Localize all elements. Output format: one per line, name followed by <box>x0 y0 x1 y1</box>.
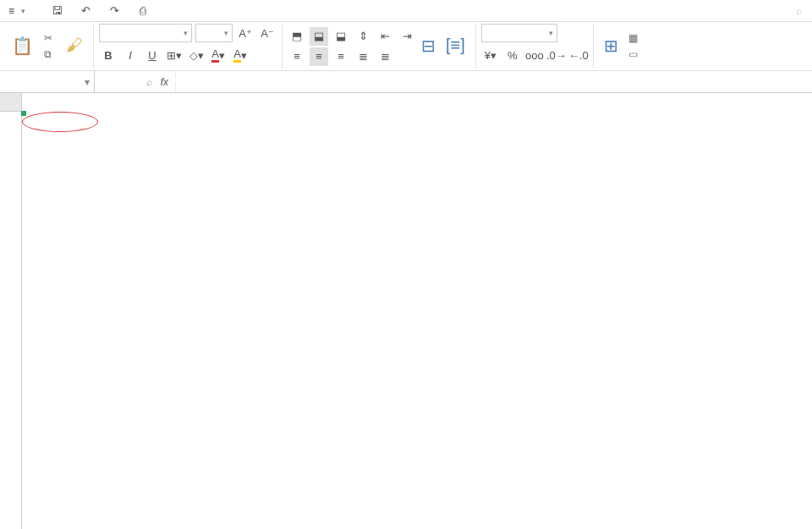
cell-icon: ▭ <box>627 48 639 60</box>
merge-center-button[interactable]: ⊟ <box>416 34 441 59</box>
chevron-down-icon: ▾ <box>224 29 228 37</box>
fx-icon[interactable]: fx <box>161 76 168 88</box>
annotation-ellipse <box>22 112 98 132</box>
formula-bar-row: ▾ ⌕ fx <box>0 71 812 93</box>
wrap-text-button[interactable]: [≡] <box>441 34 470 58</box>
conditional-format-button[interactable]: ⊞ <box>599 34 623 59</box>
active-cell-indicator <box>22 112 25 115</box>
format-painter-button[interactable]: 🖌 <box>61 34 88 58</box>
decrease-indent-icon[interactable]: ⇤ <box>376 27 394 46</box>
distribute-icon[interactable]: ≣ <box>376 47 394 66</box>
align-bottom-icon[interactable]: ⬓ <box>332 27 350 46</box>
paste-button[interactable]: 📋 <box>7 34 38 59</box>
cut-button[interactable]: ✂ <box>38 31 61 45</box>
currency-icon[interactable]: ¥▾ <box>481 46 500 64</box>
hamburger-icon: ≡ <box>8 5 14 17</box>
increase-font-icon[interactable]: A⁺ <box>236 24 255 42</box>
search-icon: ⌕ <box>796 5 802 17</box>
merge-icon: ⊟ <box>421 36 436 56</box>
wrap-icon: [≡] <box>446 36 465 55</box>
highlight-button[interactable]: A▾ <box>231 46 250 64</box>
align-middle-icon[interactable]: ⬓ <box>310 27 328 46</box>
table-icon: ▦ <box>627 32 639 44</box>
file-menu[interactable]: ≡ ▾ <box>3 5 30 17</box>
decrease-decimal-icon[interactable]: ←.0 <box>569 46 588 64</box>
increase-decimal-icon[interactable]: .0→ <box>547 46 566 64</box>
ribbon: 📋 ✂ ⧉ 🖌 ▾ ▾ A⁺ A⁻ B I U ⊞▾ ◇▾ A▾ A▾ <box>0 22 812 71</box>
brush-icon: 🖌 <box>66 36 83 55</box>
search-box[interactable]: ⌕ <box>789 5 809 17</box>
chevron-down-icon: ▾ <box>21 7 25 15</box>
fill-color-button[interactable]: ◇▾ <box>187 46 206 64</box>
font-name-select[interactable]: ▾ <box>99 24 192 42</box>
copy-button[interactable]: ⧉ <box>38 47 61 61</box>
number-format-select[interactable]: ▾ <box>481 24 557 42</box>
italic-button[interactable]: I <box>121 46 140 64</box>
cell-style-button[interactable]: ▭ <box>623 47 646 61</box>
font-group: ▾ ▾ A⁺ A⁻ B I U ⊞▾ ◇▾ A▾ A▾ <box>94 24 283 69</box>
underline-button[interactable]: U <box>143 46 162 64</box>
align-group: ⬒ ⬓ ⬓ ⇕ ⇤ ⇥ ≡ ≡ ≡ ≣ ≣ ⊟ [≡] <box>283 24 476 69</box>
align-right-icon[interactable]: ≡ <box>332 47 350 66</box>
chevron-down-icon: ▾ <box>80 76 94 88</box>
name-box[interactable]: ▾ <box>0 71 95 92</box>
font-size-select[interactable]: ▾ <box>195 24 233 42</box>
print-icon[interactable]: ⎙ <box>134 2 152 20</box>
row-headers <box>0 93 22 529</box>
formula-controls: ⌕ fx <box>95 71 176 92</box>
increase-indent-icon[interactable]: ⇥ <box>398 27 416 46</box>
grid-icon: ⊞ <box>604 36 618 56</box>
menu-bar: ≡ ▾ 🖫 ↶ ↷ ⎙ ⌕ <box>0 0 812 22</box>
table-style-button[interactable]: ▦ <box>623 31 646 45</box>
percent-icon[interactable]: % <box>503 46 522 64</box>
grid <box>22 93 812 529</box>
orientation-icon[interactable]: ⇕ <box>354 27 372 46</box>
scissors-icon: ✂ <box>41 32 54 44</box>
align-top-icon[interactable]: ⬒ <box>288 27 306 46</box>
chevron-down-icon: ▾ <box>549 29 553 37</box>
redo-icon[interactable]: ↷ <box>105 2 123 20</box>
comma-icon[interactable]: ооо <box>525 46 544 64</box>
undo-icon[interactable]: ↶ <box>76 2 95 20</box>
borders-button[interactable]: ⊞▾ <box>165 46 184 64</box>
justify-icon[interactable]: ≣ <box>354 47 372 66</box>
paste-icon: 📋 <box>12 36 33 56</box>
spreadsheet <box>0 93 812 529</box>
decrease-font-icon[interactable]: A⁻ <box>258 24 277 42</box>
quick-access-toolbar: 🖫 ↶ ↷ ⎙ <box>30 2 159 20</box>
align-center-icon[interactable]: ≡ <box>310 47 328 66</box>
column-headers <box>22 93 812 112</box>
clipboard-group: 📋 ✂ ⧉ 🖌 <box>2 24 94 69</box>
copy-icon: ⧉ <box>41 48 54 60</box>
styles-group: ⊞ ▦ ▭ <box>594 24 651 69</box>
save-icon[interactable]: 🖫 <box>47 2 66 20</box>
number-group: ▾ ¥▾ % ооо .0→ ←.0 <box>476 24 594 69</box>
magnify-icon[interactable]: ⌕ <box>146 76 152 88</box>
font-color-button[interactable]: A▾ <box>209 46 228 64</box>
chevron-down-icon: ▾ <box>184 29 188 37</box>
select-all-corner[interactable] <box>0 93 21 112</box>
bold-button[interactable]: B <box>99 46 118 64</box>
align-left-icon[interactable]: ≡ <box>288 47 306 66</box>
